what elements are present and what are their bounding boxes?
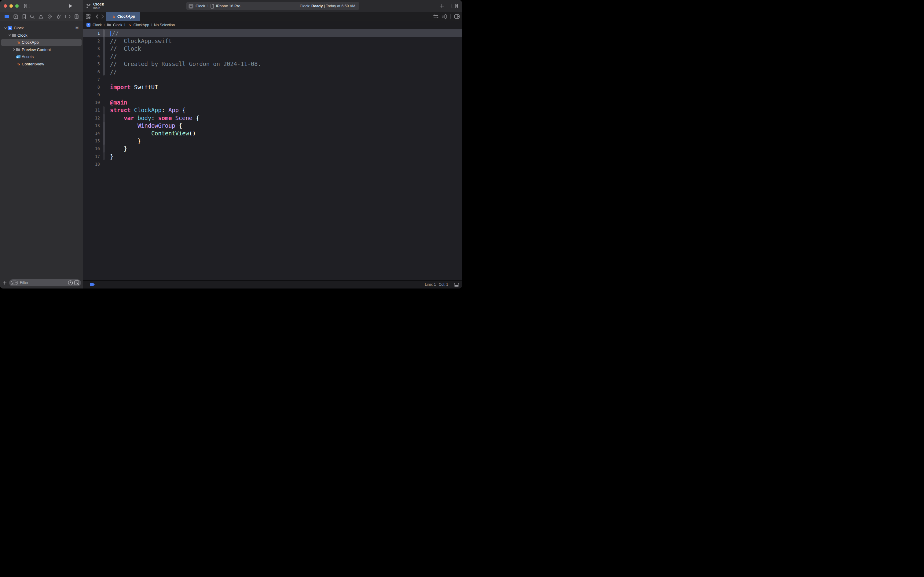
code-line-7: 7 <box>83 76 462 83</box>
minimize-button[interactable] <box>10 4 13 8</box>
line-number[interactable]: 7 <box>83 77 100 82</box>
svg-text:A: A <box>88 24 90 27</box>
disclosure-down-icon[interactable] <box>8 34 11 37</box>
tree-item-label: ClockApp <box>22 40 39 45</box>
toggle-inspector-icon[interactable] <box>452 4 458 8</box>
text-cursor <box>110 31 111 36</box>
reports-navigator-icon[interactable] <box>74 15 79 19</box>
code-line-1: 1// <box>83 29 462 37</box>
line-number[interactable]: 4 <box>83 54 100 59</box>
code-line-6: 6// <box>83 68 462 76</box>
editor-area: ClockApp AClock⟩Clock⟩ClockApp⟩No Select… <box>83 12 462 288</box>
code-line-18: 18 <box>83 160 462 168</box>
add-editor-icon[interactable] <box>454 15 460 19</box>
breadcrumb-clock[interactable]: AClock <box>86 23 102 27</box>
line-number[interactable]: 8 <box>83 85 100 90</box>
add-item-button[interactable] <box>3 281 7 285</box>
go-back-icon[interactable] <box>96 15 98 19</box>
tree-item-clock[interactable]: Clock <box>0 32 83 39</box>
breadcrumb-clockapp[interactable]: ClockApp <box>127 23 149 27</box>
breakpoints-navigator-icon[interactable] <box>65 15 71 18</box>
run-button[interactable] <box>69 4 72 8</box>
scm-branch-block[interactable]: Clock main <box>83 2 104 10</box>
scm-changes-filter-icon[interactable] <box>74 280 79 285</box>
filter-placeholder: Filter <box>20 280 66 285</box>
disclosure-right-icon[interactable] <box>13 48 16 51</box>
navigator-sidebar: AClockMClockClockAppPreview ContentAsset… <box>0 12 83 288</box>
project-navigator-tree: AClockMClockClockAppPreview ContentAsset… <box>0 21 83 278</box>
breadcrumb-label: Clock <box>113 23 122 27</box>
divider <box>451 283 451 286</box>
line-number[interactable]: 3 <box>83 46 100 51</box>
breadcrumb-separator-icon: ⟩ <box>151 23 152 27</box>
line-number[interactable]: 15 <box>83 139 100 143</box>
line-number[interactable]: 2 <box>83 39 100 44</box>
breadcrumb-clock[interactable]: Clock <box>107 23 122 27</box>
line-number[interactable]: 10 <box>83 100 100 105</box>
line-number[interactable]: 14 <box>83 131 100 136</box>
scheme-selector[interactable]: A Clock ⟩ iPhone 16 Pro <box>188 4 240 8</box>
line-number[interactable]: 6 <box>83 69 100 74</box>
code-line-15: 15 } <box>83 137 462 145</box>
folder-icon <box>16 48 21 52</box>
tree-item-clock[interactable]: AClockM <box>0 24 83 32</box>
code-line-3: 3// Clock <box>83 45 462 52</box>
xcode-window: Clock main A Clock ⟩ iPhone 16 Pro Clock… <box>0 0 462 288</box>
tests-navigator-icon[interactable] <box>47 14 52 19</box>
project-title: Clock <box>93 2 104 6</box>
navigator-filter-bar: Filter <box>0 278 83 288</box>
related-items-icon[interactable] <box>86 14 90 19</box>
project-navigator-icon[interactable] <box>4 15 10 19</box>
tree-item-clockapp[interactable]: ClockApp <box>0 39 83 46</box>
line-number[interactable]: 12 <box>83 116 100 121</box>
line-number[interactable]: 9 <box>83 92 100 97</box>
code-line-11: 11struct ClockApp: App { <box>83 106 462 114</box>
toggle-navigator-icon[interactable] <box>24 4 30 8</box>
app-icon: A <box>8 26 12 30</box>
tree-item-preview-content[interactable]: Preview Content <box>0 46 83 53</box>
source-editor[interactable]: 1//2// ClockApp.swift3// Clock4//5// Cre… <box>83 29 462 280</box>
filter-field[interactable]: Filter <box>9 279 81 286</box>
bookmarks-navigator-icon[interactable] <box>22 15 26 19</box>
line-number[interactable]: 11 <box>83 108 100 113</box>
breakpoint-indicator-icon[interactable] <box>90 283 95 286</box>
issues-navigator-icon[interactable] <box>39 15 43 19</box>
titlebar-sidebar-section <box>0 0 83 12</box>
filter-menu-icon[interactable] <box>11 280 18 285</box>
code-text: import SwiftUI <box>110 84 158 90</box>
scm-status-badge: M <box>76 26 79 30</box>
assets-icon <box>16 55 21 59</box>
line-number[interactable]: 18 <box>83 162 100 166</box>
code-review-icon[interactable] <box>433 15 438 18</box>
toggle-debug-area-icon[interactable] <box>454 283 459 287</box>
debug-navigator-icon[interactable] <box>56 14 61 19</box>
go-forward-icon[interactable] <box>101 15 104 19</box>
line-number[interactable]: 13 <box>83 123 100 128</box>
zoom-button[interactable] <box>15 4 19 8</box>
code-text: // Clock <box>110 45 141 52</box>
code-line-12: 12 var body: some Scene { <box>83 114 462 122</box>
minimap-adjust-icon[interactable] <box>442 15 447 19</box>
tree-item-assets[interactable]: Assets <box>0 53 83 61</box>
line-number[interactable]: 1 <box>83 31 100 36</box>
code-line-8: 8import SwiftUI <box>83 83 462 91</box>
cursor-line-indicator: Line: 1 <box>425 282 436 287</box>
find-navigator-icon[interactable] <box>30 15 35 19</box>
breadcrumb-separator-icon: ⟩ <box>104 23 105 27</box>
disclosure-down-icon[interactable] <box>4 27 7 30</box>
line-number[interactable]: 5 <box>83 61 100 66</box>
folder-icon <box>107 23 111 27</box>
editor-tab-clockapp[interactable]: ClockApp <box>106 12 140 21</box>
recent-files-icon[interactable] <box>68 280 73 285</box>
code-line-9: 9 <box>83 91 462 99</box>
traffic-lights <box>4 4 19 8</box>
breadcrumb-no-selection[interactable]: No Selection <box>154 23 175 27</box>
line-number[interactable]: 17 <box>83 154 100 159</box>
source-control-navigator-icon[interactable] <box>13 15 18 19</box>
close-button[interactable] <box>4 4 7 8</box>
add-button[interactable] <box>440 4 444 8</box>
line-number[interactable]: 16 <box>83 146 100 151</box>
titlebar-toolbar: Clock main A Clock ⟩ iPhone 16 Pro Clock… <box>83 0 462 12</box>
breadcrumb-label: ClockApp <box>134 23 149 27</box>
tree-item-contentview[interactable]: ContentView <box>0 61 83 68</box>
